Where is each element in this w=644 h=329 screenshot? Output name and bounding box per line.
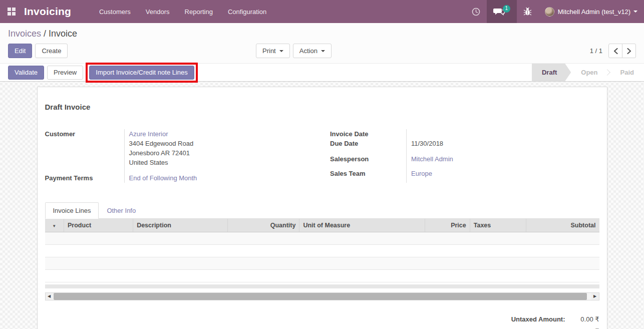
- user-avatar: [545, 7, 554, 17]
- print-label: Print: [262, 47, 276, 55]
- customer-label: Customer: [45, 129, 124, 139]
- column-product[interactable]: Product: [64, 219, 133, 232]
- field-groups: Customer Payment Terms Azure Interior 34…: [45, 129, 599, 183]
- caret-down-icon: [279, 50, 283, 52]
- caret-down-icon: [321, 50, 325, 52]
- apps-menu-button[interactable]: [0, 0, 23, 23]
- payment-terms-label: Payment Terms: [45, 173, 124, 183]
- horizontal-scrollbar[interactable]: ◀ ▶: [45, 292, 599, 300]
- app-title: Invoicing: [24, 6, 71, 18]
- menu-customers[interactable]: Customers: [99, 8, 131, 16]
- import-invoice-lines-button[interactable]: Import Invoice/Credit note Lines: [89, 66, 194, 80]
- pager-previous-button[interactable]: [608, 44, 622, 58]
- column-taxes[interactable]: Taxes: [470, 219, 526, 232]
- print-dropdown-button[interactable]: Print: [256, 44, 290, 58]
- due-date-label: Due Date: [330, 139, 406, 148]
- clock-icon: [472, 8, 480, 16]
- table-row: [45, 269, 599, 282]
- status-steps: Draft Open Paid: [532, 64, 644, 81]
- status-paid[interactable]: Paid: [610, 64, 644, 81]
- table-row: [45, 232, 599, 244]
- payment-terms-value[interactable]: End of Following Month: [129, 173, 323, 183]
- apps-grid-icon: [8, 8, 16, 16]
- preview-button[interactable]: Preview: [47, 66, 83, 80]
- scroll-left-icon: ◀: [48, 294, 51, 298]
- messages-button[interactable]: 1: [487, 0, 517, 23]
- create-button[interactable]: Create: [35, 44, 68, 58]
- scroll-left-button[interactable]: ◀: [46, 293, 53, 300]
- menu-reporting[interactable]: Reporting: [185, 8, 213, 16]
- untaxed-amount-value: 0.00 ₹: [565, 313, 599, 325]
- untaxed-amount-label: Untaxed Amount:: [455, 313, 565, 325]
- main-menu: Customers Vendors Reporting Configuratio…: [99, 8, 266, 16]
- scroll-right-button[interactable]: ▶: [591, 293, 599, 300]
- chevron-down-icon: [633, 11, 637, 13]
- table-row: [45, 257, 599, 269]
- form-view-background: Draft Invoice Customer Payment Terms Azu…: [0, 82, 644, 329]
- customer-address-line2: Jonesboro AR 72401: [129, 148, 323, 158]
- due-date-value: 11/30/2018: [411, 139, 599, 148]
- control-panel: Invoices / Invoice Edit Create Print Act…: [0, 23, 644, 63]
- invoice-sheet: Draft Invoice Customer Payment Terms Azu…: [37, 87, 607, 329]
- column-quantity[interactable]: Quantity: [228, 219, 299, 232]
- bug-icon: [523, 7, 532, 16]
- sales-team-label: Sales Team: [330, 169, 406, 178]
- activities-button[interactable]: [465, 0, 487, 23]
- salesperson-label: Salesperson: [330, 154, 406, 164]
- chevron-left-icon: [613, 48, 618, 54]
- sort-caret-icon[interactable]: ▼: [52, 224, 56, 228]
- pager-next-button[interactable]: [622, 44, 636, 58]
- scrollbar-thumb[interactable]: [54, 293, 587, 300]
- user-name: Mitchell Admin (test_v12): [558, 8, 630, 16]
- user-menu[interactable]: Mitchell Admin (test_v12): [538, 0, 644, 23]
- customer-address-line1: 3404 Edgewood Road: [129, 139, 323, 148]
- edit-button[interactable]: Edit: [8, 44, 32, 58]
- debug-button[interactable]: [517, 0, 538, 23]
- salesperson-value[interactable]: Mitchell Admin: [411, 154, 599, 164]
- scrollbar-track[interactable]: [53, 293, 591, 300]
- breadcrumb-separator: /: [44, 29, 49, 39]
- sales-team-value[interactable]: Europe: [411, 169, 599, 178]
- scroll-right-icon: ▶: [593, 294, 596, 298]
- tax-value: 0.00 ₹: [565, 325, 599, 329]
- breadcrumb: Invoices / Invoice: [8, 29, 636, 39]
- customer-group: Customer Payment Terms Azure Interior 34…: [45, 129, 323, 183]
- status-open[interactable]: Open: [571, 64, 607, 81]
- action-label: Action: [299, 47, 317, 55]
- status-draft[interactable]: Draft: [532, 64, 571, 81]
- tab-other-info[interactable]: Other Info: [99, 202, 144, 219]
- totals-section: Untaxed Amount: 0.00 ₹ Tax: 0.00 ₹: [45, 313, 599, 329]
- invoice-lines-table: ▼ Product Description Quantity Unit of M…: [45, 219, 599, 282]
- pager-count: 1 / 1: [590, 47, 602, 55]
- column-description[interactable]: Description: [133, 219, 228, 232]
- notebook-tabs: Invoice Lines Other Info: [45, 202, 599, 219]
- customer-name-link[interactable]: Azure Interior: [129, 129, 323, 139]
- tab-invoice-lines[interactable]: Invoice Lines: [45, 202, 99, 219]
- column-unit-of-measure[interactable]: Unit of Measure: [299, 219, 425, 232]
- invoice-date-value: [411, 129, 599, 139]
- table-header-row: ▼ Product Description Quantity Unit of M…: [45, 219, 599, 232]
- invoice-date-label: Invoice Date: [330, 129, 406, 139]
- tax-label: Tax:: [455, 325, 565, 329]
- table-footer-strip: [45, 284, 599, 288]
- invoice-title: Draft Invoice: [45, 103, 599, 111]
- menu-configuration[interactable]: Configuration: [228, 8, 266, 16]
- top-navbar: Invoicing Customers Vendors Reporting Co…: [0, 0, 644, 23]
- action-dropdown-button[interactable]: Action: [293, 44, 332, 58]
- dates-group: Invoice Date Due Date Salesperson Sales …: [322, 129, 599, 183]
- chevron-right-icon: [627, 48, 631, 54]
- customer-address-line3: United States: [129, 158, 323, 167]
- red-highlight-box: Import Invoice/Credit note Lines: [86, 63, 198, 83]
- breadcrumb-invoices-link[interactable]: Invoices: [8, 29, 41, 39]
- breadcrumb-current: Invoice: [49, 29, 77, 39]
- table-row: [45, 244, 599, 257]
- statusbar: Validate Preview Import Invoice/Credit n…: [0, 63, 644, 82]
- message-count-badge: 1: [503, 5, 510, 13]
- validate-button[interactable]: Validate: [8, 66, 44, 80]
- column-subtotal[interactable]: Subtotal: [526, 219, 599, 232]
- column-price[interactable]: Price: [425, 219, 470, 232]
- menu-vendors[interactable]: Vendors: [146, 8, 170, 16]
